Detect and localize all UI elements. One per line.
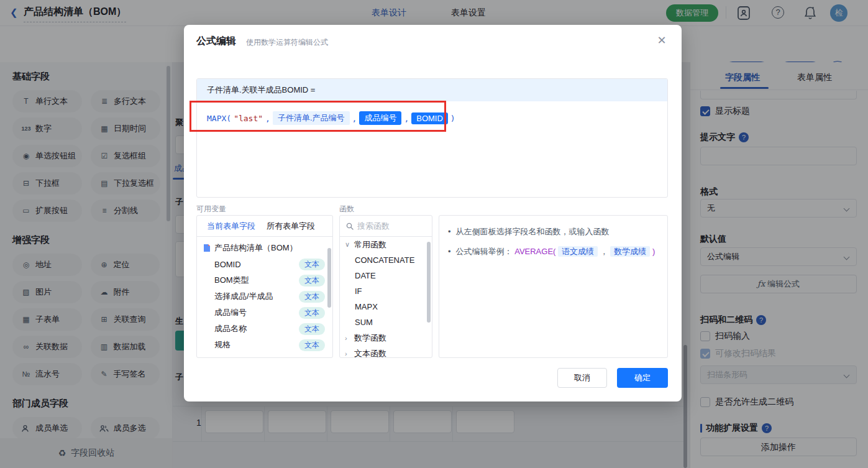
variable-item[interactable]: 成品编号文本 bbox=[197, 305, 332, 321]
type-badge: 文本 bbox=[299, 259, 325, 270]
type-badge: 文本 bbox=[299, 307, 325, 319]
function-item[interactable]: DATE bbox=[340, 268, 432, 283]
function-item[interactable]: SUM bbox=[340, 314, 432, 330]
type-badge: 文本 bbox=[299, 275, 325, 287]
document-icon bbox=[203, 244, 211, 252]
formula-editor[interactable]: 子件清单.关联半成品BOMID = MAPX( "last" , 子件清单.产品… bbox=[196, 78, 668, 198]
tab-all-form-fields[interactable]: 所有表单字段 bbox=[267, 221, 315, 232]
variables-panel: 当前表单字段 所有表单字段 产品结构清单（BOM） BOMID文本 BOM类型文… bbox=[196, 215, 333, 358]
tips-panel: • 从左侧面板选择字段名和函数，或输入函数 • 公式编辑举例： AVERAGE(… bbox=[439, 215, 668, 358]
tip-line: • 从左侧面板选择字段名和函数，或输入函数 bbox=[448, 226, 667, 238]
functions-panel: ∨常用函数 CONCATENATE DATE IF MAPX SUM ›数学函数… bbox=[339, 215, 432, 358]
confirm-button[interactable]: 确定 bbox=[617, 368, 668, 388]
function-group[interactable]: ∨常用函数 bbox=[340, 237, 432, 252]
caret-closed-icon: › bbox=[345, 334, 351, 342]
type-badge: 文本 bbox=[299, 339, 325, 351]
variables-tree-root[interactable]: 产品结构清单（BOM） bbox=[197, 237, 332, 256]
function-name: MAPX( bbox=[207, 114, 231, 123]
variable-item[interactable]: BOMID文本 bbox=[197, 256, 332, 272]
modal-subtitle: 使用数学运算符编辑公式 bbox=[246, 37, 328, 48]
variable-item[interactable]: 选择成品/半成品文本 bbox=[197, 288, 332, 305]
search-icon bbox=[346, 223, 354, 230]
example-function: AVERAGE( bbox=[514, 247, 555, 256]
modal-title: 公式编辑 bbox=[196, 35, 236, 48]
formula-expression[interactable]: MAPX( "last" , 子件清单.产品编号 , 成品编号 , BOMID … bbox=[197, 101, 667, 125]
field-chip-solid[interactable]: 成品编号 bbox=[359, 111, 401, 125]
variable-item[interactable]: 成品名称文本 bbox=[197, 321, 332, 337]
variables-scrollbar[interactable] bbox=[327, 248, 331, 308]
type-badge: 文本 bbox=[299, 323, 325, 335]
close-icon[interactable]: ✕ bbox=[654, 32, 670, 48]
search-input[interactable] bbox=[357, 221, 419, 231]
type-badge: 文本 bbox=[299, 291, 325, 303]
example-chip: 数学成绩 bbox=[610, 246, 650, 257]
field-chip-solid[interactable]: BOMID bbox=[411, 112, 448, 124]
formula-edit-modal: 公式编辑 使用数学运算符编辑公式 ✕ 子件清单.关联半成品BOMID = MAP… bbox=[184, 25, 682, 401]
function-item[interactable]: MAPX bbox=[340, 299, 432, 314]
tip-example-line: • 公式编辑举例： AVERAGE( 语文成绩 ， 数学成绩 ) bbox=[448, 245, 667, 258]
field-chip-light[interactable]: 子件清单.产品编号 bbox=[273, 111, 350, 125]
variable-item[interactable]: BOM类型文本 bbox=[197, 272, 332, 288]
variable-item[interactable]: 规格文本 bbox=[197, 337, 332, 353]
example-chip: 语文成绩 bbox=[558, 246, 598, 257]
functions-scrollbar[interactable] bbox=[427, 242, 431, 323]
function-group[interactable]: ›文本函数 bbox=[340, 346, 432, 358]
function-group[interactable]: ›数学函数 bbox=[340, 330, 432, 346]
variables-tabs: 当前表单字段 所有表单字段 bbox=[197, 216, 332, 237]
function-item[interactable]: CONCATENATE bbox=[340, 252, 432, 268]
string-arg: "last" bbox=[234, 114, 263, 123]
functions-label: 函数 bbox=[339, 204, 354, 214]
tab-current-form-fields[interactable]: 当前表单字段 bbox=[207, 221, 255, 232]
function-search[interactable] bbox=[340, 216, 432, 237]
caret-open-icon: ∨ bbox=[345, 241, 351, 249]
cancel-button[interactable]: 取消 bbox=[557, 368, 607, 388]
caret-closed-icon: › bbox=[345, 350, 351, 357]
variables-label: 可用变量 bbox=[196, 204, 226, 214]
formula-target: 子件清单.关联半成品BOMID = bbox=[197, 79, 667, 101]
function-item[interactable]: IF bbox=[340, 283, 432, 299]
form-designer-app: ❮ 产品结构清单（BOM） 表单设计 表单设置 数据管理 ? 检 表单外链 后端… bbox=[0, 0, 868, 468]
